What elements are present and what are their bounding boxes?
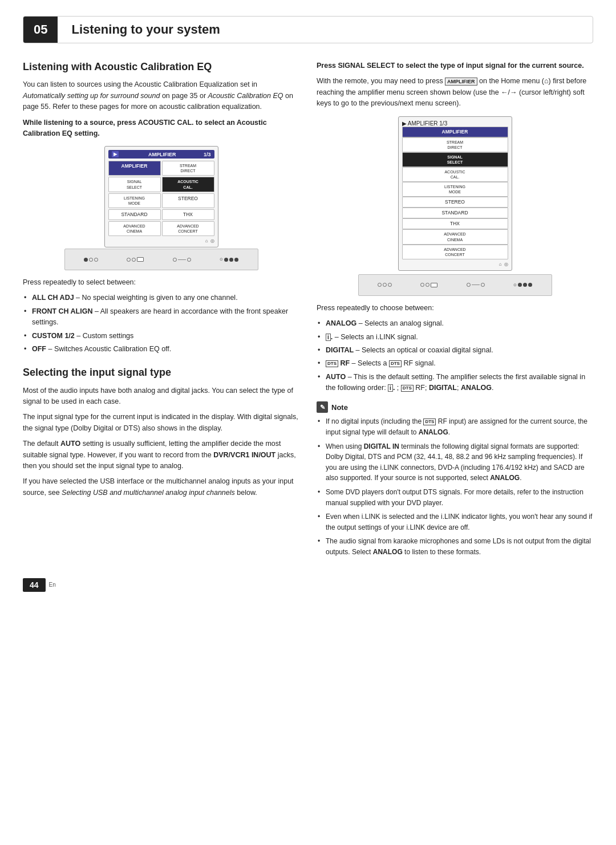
strip-group-r1 [378,283,392,287]
right-bullet-header: Press SIGNAL SELECT to select the type o… [317,60,593,71]
amp-header-page-right: 1/3 [439,120,447,127]
amp-screen-left-wrapper: ▶ AMPLIFIER 1/3 AMPLIFIER STREAMDIRECT S… [23,146,299,270]
amp-strip-left: ⊙ [64,249,258,270]
amp-cell-thx-right: THX [402,218,508,229]
amp-cell-standard-right: STANDARD [402,208,508,218]
section1-bullet-header-text: While listening to a source, press ACOUS… [23,119,267,137]
strip-rect-1 [137,257,144,262]
bullet-left-3: CUSTOM 1/2 – Custom settings [23,331,299,342]
section1-italic1: Automatically setting up for surround so… [23,92,160,100]
strip-group-1 [84,258,98,262]
amp-grid-left: AMPLIFIER STREAMDIRECT SIGNALSELECT ACOU… [108,161,214,236]
strip-group-r2 [420,283,437,287]
amp-cell-stream-left: STREAMDIRECT [162,161,214,176]
amp-cell-standard-left: STANDARD [108,209,161,220]
strip-group-3 [173,258,191,262]
amplifier-button-label: AMPLIFIER [445,78,477,86]
strip-line-1 [178,259,186,260]
amp-header-left: ▶ AMPLIFIER 1/3 [108,150,214,159]
right-column: Press SIGNAL SELECT to select the type o… [317,60,593,561]
page-footer: 44 En [23,578,593,592]
section1-title: Listening with Acoustic Calibration EQ [23,60,299,74]
amp-strip-right: ⊙ [358,274,552,296]
strip-knob-icon-r: ⊙ [513,283,517,287]
amp-cell-stereo-left: STEREO [162,193,214,208]
note-box: ✎ Note If no digital inputs (including t… [317,401,593,557]
note-item-2: When using DIGITAL IN terminals the foll… [317,441,593,484]
strip-dot-r4 [420,283,424,287]
chapter-title: Listening to your system [58,17,593,43]
amp-cell-stereo-right: STEREO [402,197,508,208]
amp-cell-adv-cinema-left: ADVANCEDCINEMA [108,221,161,236]
amp-cell-amplifier-left: AMPLIFIER [108,161,161,176]
strip-group-2 [127,257,144,262]
page-number: 44 [23,578,46,592]
amp-header-label-left: AMPLIFIER [148,152,176,157]
strip-group-r3 [467,283,485,287]
strip-dot-r5 [425,283,429,287]
amp-header-page-left: 1/3 [204,152,211,157]
section2-p1: Most of the audio inputs have both analo… [23,385,299,408]
amp-cell-adv-cinema-right: ADVANCEDCINEMA [402,229,508,244]
note-item-3: Some DVD players don't output DTS signal… [317,487,593,508]
strip-dot-r7 [481,283,485,287]
note-item-5: The audio signal from karaoke microphone… [317,536,593,557]
strip-dot-1 [84,258,88,262]
home-icon: ⌂ [544,77,549,85]
section2-p4: If you have selected the USB interface o… [23,476,299,498]
amp-cell-stream-right: STREAMDIRECT [402,137,508,152]
bullet-left-4: OFF – Switches Acoustic Calibration EQ o… [23,344,299,355]
section1-bullet-header: While listening to a source, press ACOUS… [23,117,299,140]
bullet-right-auto: AUTO – This is the default setting. The … [317,372,593,394]
strip-dot-r10 [528,283,532,287]
section2-p2: The input signal type for the current in… [23,412,299,434]
section1-intro-para: You can listen to sources using the Acou… [23,79,299,112]
strip-dot-r9 [523,283,527,287]
amp-screen-right-wrapper: ▶ AMPLIFIER 1/3 AMPLIFIER STREAMDIRECT S… [317,116,593,296]
bullets-right: ANALOG – Selects an analog signal. i. – … [317,318,593,393]
strip-group-r4: ⊙ [513,283,532,287]
strip-dot-5 [132,258,136,262]
amp-header-label-right: AMPLIFIER [408,120,438,127]
page-lang: En [49,582,56,588]
amp-cell-listening-right: LISTENINGMODE [402,182,508,197]
bullet-left-1: ALL CH ADJ – No special weighting is giv… [23,292,299,303]
amp-cell-adv-concert-right: ADVANCEDCONCERT [402,245,508,259]
bullet-right-digital: DIGITAL – Selects an optical or coaxial … [317,345,593,356]
note-item-1: If no digital inputs (including the DTS … [317,416,593,437]
strip-dot-10 [234,258,238,262]
strip-dot-2 [89,258,93,262]
section2-p4-end: below. [235,489,257,497]
right-intro-para: With the remote, you may need to press A… [317,76,593,109]
strip-dot-6 [173,258,177,262]
strip-dot-r3 [388,283,392,287]
strip-dot-7 [187,258,191,262]
section2-title: Selecting the input signal type [23,366,299,379]
page-header: 05 Listening to your system [23,16,593,43]
note-header: ✎ Note [317,401,593,413]
bullet-right-analog: ANALOG – Selects an analog signal. [317,318,593,329]
note-list: If no digital inputs (including the DTS … [317,416,593,557]
strip-rect-r1 [431,283,437,287]
section1-intro-text: You can listen to sources using the Acou… [23,80,257,88]
strip-knob-icon: ⊙ [220,257,223,262]
section1-italic2: Acoustic Calibration EQ [208,92,283,100]
strip-dot-r6 [467,283,471,287]
strip-group-4: ⊙ [220,257,238,262]
amp-cell-signal-left: SIGNALSELECT [108,177,161,192]
amp-cell-acoustic-right: ACOUSTICCAL. [402,167,508,182]
strip-line-r1 [472,285,480,285]
amp-cell-amplifier-right: AMPLIFIER [402,127,508,137]
press-text-right: Press repeatedly to choose between: [317,303,593,314]
strip-dot-3 [94,258,98,262]
note-header-text: Note [331,403,348,412]
press-text-left: Press repeatedly to select between: [23,277,299,288]
section2-p4-italic: Selecting USB and multichannel analog in… [62,489,235,497]
amp-cell-acoustic-left: ACOUSTICCAL. [162,177,214,192]
bullets-left: ALL CH ADJ – No special weighting is giv… [23,292,299,355]
note-item-4: Even when i.LINK is selected and the i.L… [317,511,593,533]
amp-cell-signal-right: SIGNALSELECT [402,152,508,167]
section1-mid1: on page 35 or [160,92,208,100]
amp-icon-right: ▶ [402,120,407,127]
strip-dot-8 [224,258,228,262]
